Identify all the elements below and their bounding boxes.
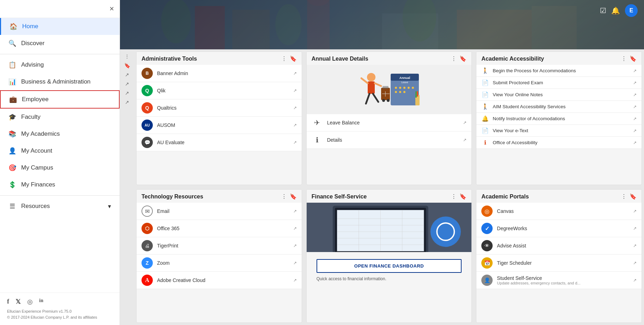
strip-bookmark-1[interactable]: 🔖	[124, 63, 130, 68]
strip-external-1[interactable]: ↗	[125, 72, 129, 78]
au-evaluate-item[interactable]: 💬 AU Evaluate ↗	[137, 134, 302, 151]
submit-proctored-icon: 📄	[481, 79, 489, 86]
adobe-item[interactable]: A Adobe Creative Cloud ↗	[137, 272, 302, 289]
sidebar-item-advising[interactable]: 📋 Advising	[0, 56, 120, 73]
tech-resources-bookmark-button[interactable]: 🔖	[290, 193, 297, 200]
qlik-ext-icon: ↗	[293, 88, 297, 93]
sidebar-item-business[interactable]: 📊 Business & Administration	[0, 73, 120, 90]
search-icon: 🔍	[8, 39, 16, 47]
leave-balance-icon: ✈	[312, 117, 323, 128]
admin-tools-dots-button[interactable]: ⋮	[281, 55, 287, 62]
leave-balance-item[interactable]: ✈ Leave Balance ↗	[307, 114, 472, 131]
sidebar-item-home[interactable]: 🏠 Home	[0, 18, 120, 35]
strip-external-4[interactable]: ↗	[125, 99, 129, 105]
finance-dots-button[interactable]: ⋮	[451, 193, 457, 200]
submit-proctored-item[interactable]: 📄 Submit Proctored Exam ↗	[476, 77, 642, 89]
begin-accommodations-item[interactable]: 🚶 Begin the Process for Accommodations ↗	[476, 65, 642, 77]
admin-tools-bookmark-button[interactable]: 🔖	[290, 55, 297, 62]
facebook-icon[interactable]: f	[7, 298, 9, 306]
finance-caption: Quick access to financial information.	[312, 276, 467, 283]
academic-portals-bookmark-button[interactable]: 🔖	[630, 193, 637, 200]
ausom-item[interactable]: AU AUSOM ↗	[137, 117, 302, 134]
instagram-icon[interactable]: ◎	[27, 298, 33, 306]
svg-point-50	[430, 216, 461, 247]
tasks-icon[interactable]: ☑	[600, 6, 606, 15]
tiger-scheduler-label: Tiger Scheduler	[497, 260, 629, 266]
view-etext-ext: ↗	[633, 128, 637, 133]
academic-accessibility-dots-button[interactable]: ⋮	[621, 55, 627, 62]
tech-resources-dots-button[interactable]: ⋮	[281, 193, 287, 200]
sidebar-item-discover[interactable]: 🔍 Discover	[0, 35, 120, 52]
tigerprint-item[interactable]: 🖨 TigerPrint ↗	[137, 237, 302, 255]
annual-leave-card: Annual Leave Details ⋮ 🔖 Annual Leave	[306, 51, 472, 185]
svg-point-18	[408, 87, 410, 89]
view-etext-item[interactable]: 📄 View Your e-Text ↗	[476, 125, 642, 137]
svg-rect-3	[307, 0, 330, 49]
view-online-notes-ext: ↗	[633, 92, 637, 97]
notifications-icon[interactable]: 🔔	[611, 6, 620, 15]
linkedin-icon[interactable]: in	[39, 298, 43, 306]
office365-ext-icon: ↗	[293, 226, 297, 231]
email-item[interactable]: ✉ Email ↗	[137, 203, 302, 220]
degreeworks-icon: ✓	[481, 223, 493, 234]
office365-label: Office 365	[157, 226, 289, 231]
top-bar-icons: ☑ 🔔 E	[600, 4, 638, 17]
qlik-item[interactable]: Q Qlik ↗	[137, 82, 302, 99]
banner-admin-item[interactable]: B Banner Admin ↗	[137, 65, 302, 82]
notify-instructor-ext: ↗	[633, 116, 637, 121]
annual-leave-body: ✈ Leave Balance ↗ ℹ Details ↗	[307, 114, 472, 185]
annual-leave-bookmark-button[interactable]: 🔖	[459, 55, 467, 62]
annual-leave-dots-button[interactable]: ⋮	[451, 55, 457, 62]
academic-accessibility-bookmark-button[interactable]: 🔖	[630, 55, 637, 62]
sidebar-item-employee[interactable]: 💼 Employee	[0, 90, 120, 109]
left-strip: ⋮ 🔖 ↗ ↗ ↗ ↗	[120, 49, 134, 325]
svg-point-26	[367, 73, 375, 81]
strip-external-3[interactable]: ↗	[125, 90, 129, 96]
my-campus-icon: 🎯	[8, 164, 16, 172]
office-accessibility-item[interactable]: ℹ Office of Accessibility ↗	[476, 137, 642, 149]
leave-details-icon: ℹ	[312, 134, 323, 146]
sidebar-item-my-finances[interactable]: 💲 My Finances	[0, 176, 120, 193]
sidebar-item-resources[interactable]: ☰ Resources ▾	[0, 198, 120, 215]
qualtrics-item[interactable]: Q Qualtrics ↗	[137, 99, 302, 117]
strip-external-2[interactable]: ↗	[125, 81, 129, 87]
student-self-service-item[interactable]: 👤 Student Self-Service Update addresses,…	[476, 272, 642, 289]
leave-details-ext-icon: ↗	[463, 137, 467, 142]
cards-area: ⋮ 🔖 ↗ ↗ ↗ ↗ Administrative Tools ⋮ 🔖 B B…	[120, 49, 644, 325]
annual-leave-header-icons: ⋮ 🔖	[451, 55, 467, 62]
zoom-item[interactable]: Z Zoom ↗	[137, 255, 302, 272]
strip-dots-1[interactable]: ⋮	[125, 54, 130, 59]
notify-instructor-item[interactable]: 🔔 Notify Instructor of Accomodations ↗	[476, 113, 642, 125]
office-accessibility-ext: ↗	[633, 140, 637, 145]
sidebar-item-my-academics[interactable]: 📚 My Academics	[0, 125, 120, 142]
sidebar-item-my-campus[interactable]: 🎯 My Campus	[0, 159, 120, 176]
close-sidebar-button[interactable]: ×	[109, 4, 114, 13]
leave-details-item[interactable]: ℹ Details ↗	[307, 131, 472, 149]
tiger-scheduler-item[interactable]: 📅 Tiger Scheduler ↗	[476, 255, 642, 272]
sidebar-item-faculty[interactable]: 🎓 Faculty	[0, 109, 120, 125]
twitter-x-icon[interactable]: 𝕏	[16, 298, 21, 306]
ausom-ext-icon: ↗	[293, 123, 297, 128]
leave-balance-label: Leave Balance	[327, 120, 459, 125]
svg-text:Leave: Leave	[402, 81, 408, 84]
degreeworks-item[interactable]: ✓ DegreeWorks ↗	[476, 220, 642, 237]
my-finances-icon: 💲	[8, 181, 16, 189]
academic-portals-header: Academic Portals ⋮ 🔖	[476, 190, 642, 203]
sidebar-item-my-account-label: My Account	[21, 147, 52, 154]
aim-student-item[interactable]: 🚶 AIM Student Accessibility Services ↗	[476, 101, 642, 113]
view-online-notes-item[interactable]: 📄 View Your Online Notes ↗	[476, 89, 642, 101]
office365-item[interactable]: ⬡ Office 365 ↗	[137, 220, 302, 237]
open-finance-dashboard-button[interactable]: OPEN FINANCE DASHBOARD	[317, 259, 462, 273]
svg-text:Annual: Annual	[399, 76, 410, 80]
finance-bookmark-button[interactable]: 🔖	[459, 193, 467, 200]
advise-assist-item[interactable]: 👁 Advise Assist ↗	[476, 237, 642, 255]
tigerprint-label: TigerPrint	[157, 243, 289, 249]
academic-portals-dots-button[interactable]: ⋮	[621, 193, 627, 200]
canvas-item[interactable]: ◎ Canvas ↗	[476, 203, 642, 220]
sidebar-item-my-account[interactable]: 👤 My Account	[0, 142, 120, 159]
advise-assist-icon: 👁	[481, 240, 493, 251]
user-avatar[interactable]: E	[625, 4, 638, 17]
sidebar-item-advising-label: Advising	[21, 61, 44, 68]
resources-left: ☰ Resources	[8, 202, 50, 210]
au-evaluate-label: AU Evaluate	[157, 140, 289, 145]
